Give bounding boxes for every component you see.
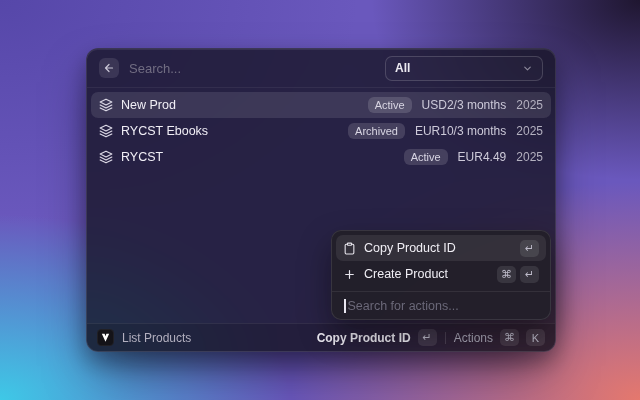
status-badge: Active	[368, 97, 412, 113]
v-mark-icon	[97, 329, 114, 346]
command-keycap: ⌘	[500, 329, 519, 346]
menu-item-label: Create Product	[364, 267, 448, 281]
return-keycap: ↵	[520, 240, 539, 257]
shortcut-keys: ⌘ ↵	[497, 266, 539, 283]
product-price: USD2/3 months	[422, 98, 507, 112]
filter-dropdown-value: All	[395, 61, 410, 75]
product-meta: Active EUR4.49 2025	[404, 149, 543, 165]
product-year: 2025	[516, 150, 543, 164]
command-name: List Products	[122, 331, 191, 345]
filter-dropdown[interactable]: All	[385, 56, 543, 81]
status-badge: Active	[404, 149, 448, 165]
chevron-down-icon	[522, 63, 533, 74]
primary-action-label: Copy Product ID	[317, 331, 411, 345]
actions-menu: Copy Product ID ↵ Create Product ⌘ ↵	[331, 230, 551, 320]
separator	[445, 332, 446, 344]
return-keycap: ↵	[520, 266, 539, 283]
layers-icon	[99, 98, 113, 112]
return-keycap: ↵	[418, 329, 437, 346]
status-badge: Archived	[348, 123, 405, 139]
product-row[interactable]: New Prod Active USD2/3 months 2025	[91, 92, 551, 118]
product-price: EUR4.49	[458, 150, 507, 164]
status-bar: List Products Copy Product ID ↵ Actions …	[87, 323, 555, 351]
menu-item-label: Copy Product ID	[364, 241, 456, 255]
product-row[interactable]: RYCST Ebooks Archived EUR10/3 months 202…	[91, 118, 551, 144]
product-name: New Prod	[121, 98, 176, 112]
menu-item-copy-product-id[interactable]: Copy Product ID ↵	[336, 235, 546, 261]
product-meta: Active USD2/3 months 2025	[368, 97, 543, 113]
product-name: RYCST Ebooks	[121, 124, 208, 138]
actions-search	[336, 292, 546, 319]
product-year: 2025	[516, 98, 543, 112]
plus-icon	[343, 268, 356, 281]
product-name: RYCST	[121, 150, 163, 164]
clipboard-icon	[343, 242, 356, 255]
actions-label: Actions	[454, 331, 493, 345]
search-header: All	[87, 49, 555, 87]
primary-action-button[interactable]: Copy Product ID ↵	[317, 329, 437, 346]
search-input[interactable]	[129, 61, 375, 76]
product-list: New Prod Active USD2/3 months 2025 RYCST…	[87, 88, 555, 170]
layers-icon	[99, 124, 113, 138]
product-row[interactable]: RYCST Active EUR4.49 2025	[91, 144, 551, 170]
product-price: EUR10/3 months	[415, 124, 506, 138]
shortcut-keys: ↵	[520, 240, 539, 257]
layers-icon	[99, 150, 113, 164]
menu-item-create-product[interactable]: Create Product ⌘ ↵	[336, 261, 546, 287]
status-bar-actions: Copy Product ID ↵ Actions ⌘ K	[317, 329, 545, 346]
product-meta: Archived EUR10/3 months 2025	[348, 123, 543, 139]
arrow-left-icon	[103, 62, 115, 74]
back-button[interactable]	[99, 58, 119, 78]
command-palette-window: All New Prod Active USD2/3 months 2025 R…	[86, 48, 556, 352]
actions-search-input[interactable]	[346, 299, 539, 313]
command-keycap: ⌘	[497, 266, 516, 283]
k-keycap: K	[526, 329, 545, 346]
actions-button[interactable]: Actions ⌘ K	[454, 329, 545, 346]
product-year: 2025	[516, 124, 543, 138]
